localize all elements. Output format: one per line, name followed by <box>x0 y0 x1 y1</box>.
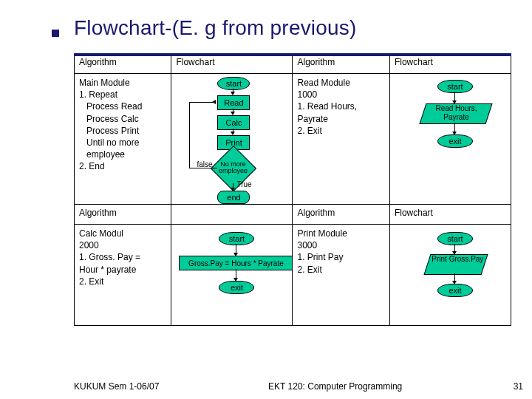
read-flowchart: start Read Hours, Payrate exit <box>389 74 511 205</box>
print-num: 3000 <box>297 239 384 251</box>
line <box>189 102 190 168</box>
decision-text: No more employee <box>217 152 248 183</box>
true-label: True <box>236 180 251 188</box>
read-l2: Payrate <box>297 113 384 125</box>
main-l2: Process Read <box>86 100 166 112</box>
exit-terminator: exit <box>437 284 473 297</box>
main-l5: Until no more <box>86 137 166 149</box>
hdr-fc-1: Flowchart <box>171 54 293 74</box>
read-io-text: Read Hours, Payrate <box>423 104 488 121</box>
start-terminator: start <box>437 232 473 245</box>
end-terminator: end <box>217 191 250 204</box>
title-bullet <box>52 30 59 37</box>
hdr-fc-3-empty <box>171 205 293 225</box>
hdr-alg-1: Algorithm <box>75 54 171 74</box>
slide: Flowchart-(E. g from previous) Algorithm… <box>0 0 532 399</box>
calc-title: Calc Modul <box>79 228 166 239</box>
start-terminator: start <box>437 80 473 93</box>
hdr-fc-2: Flowchart <box>389 54 511 74</box>
print-flowchart: start Print Gross.Pay exit <box>389 225 511 326</box>
hdr-alg-3: Algorithm <box>75 205 171 225</box>
calc-l3: 2. Exit <box>79 276 166 287</box>
main-title: Main Module <box>79 77 166 89</box>
main-l1: 1. Repeat <box>79 89 166 100</box>
hdr-fc-4: Flowchart <box>389 205 511 225</box>
calc-process: Calc <box>217 115 250 130</box>
calc-num: 2000 <box>79 239 166 251</box>
calc-l2: Hour * payrate <box>79 264 166 276</box>
line <box>189 168 217 168</box>
content-table: Algorithm Flowchart Algorithm Flowchart … <box>74 53 511 326</box>
main-l7: 2. End <box>79 160 166 172</box>
footer-center: EKT 120: Computer Programming <box>268 381 402 392</box>
read-l1: 1. Read Hours, <box>297 100 384 112</box>
print-parallelogram: Print Gross.Pay <box>423 254 488 275</box>
footer: KUKUM Sem 1-06/07 EKT 120: Computer Prog… <box>74 381 511 392</box>
print-title: Print Module <box>297 228 384 239</box>
calc-flowchart: start Gross.Pay = Hours * Payrate exit <box>171 225 293 326</box>
slide-title: Flowchart-(E. g from previous) <box>74 16 511 40</box>
main-module-text: Main Module 1. Repeat Process Read Proce… <box>75 74 171 205</box>
start-terminator: start <box>217 77 250 90</box>
start-terminator: start <box>219 232 254 245</box>
calc-l1: 1. Gross. Pay = <box>79 251 166 263</box>
read-l3: 2. Exit <box>297 125 384 137</box>
hdr-alg-4: Algorithm <box>293 205 389 225</box>
read-process: Read <box>217 95 250 110</box>
decision-diamond: No more employee <box>217 152 248 183</box>
read-title: Read Module <box>297 77 384 89</box>
print-l2: 2. Exit <box>297 264 384 276</box>
read-module-text: Read Module 1000 1. Read Hours, Payrate … <box>293 74 389 205</box>
main-l3: Process Calc <box>86 113 166 125</box>
main-l6: employee <box>86 149 166 160</box>
read-num: 1000 <box>297 89 384 100</box>
arrow-head-icon <box>212 100 216 104</box>
calc-process-box: Gross.Pay = Hours * Payrate <box>179 256 293 270</box>
hdr-alg-2: Algorithm <box>293 54 389 74</box>
exit-terminator: exit <box>219 281 254 294</box>
main-flowchart: start Read Calc Print No more employee f… <box>171 74 293 205</box>
print-io-text: Print Gross.Pay <box>429 255 485 264</box>
page-number: 31 <box>514 381 523 392</box>
read-parallelogram: Read Hours, Payrate <box>419 103 492 124</box>
calc-module-text: Calc Modul 2000 1. Gross. Pay = Hour * p… <box>75 225 171 326</box>
footer-left: KUKUM Sem 1-06/07 <box>74 381 159 392</box>
line <box>189 102 214 103</box>
print-module-text: Print Module 3000 1. Print Pay 2. Exit <box>293 225 389 326</box>
title-underline <box>74 53 511 56</box>
main-l4: Process Print <box>86 125 166 137</box>
exit-terminator: exit <box>437 134 473 148</box>
print-l1: 1. Print Pay <box>297 251 384 263</box>
